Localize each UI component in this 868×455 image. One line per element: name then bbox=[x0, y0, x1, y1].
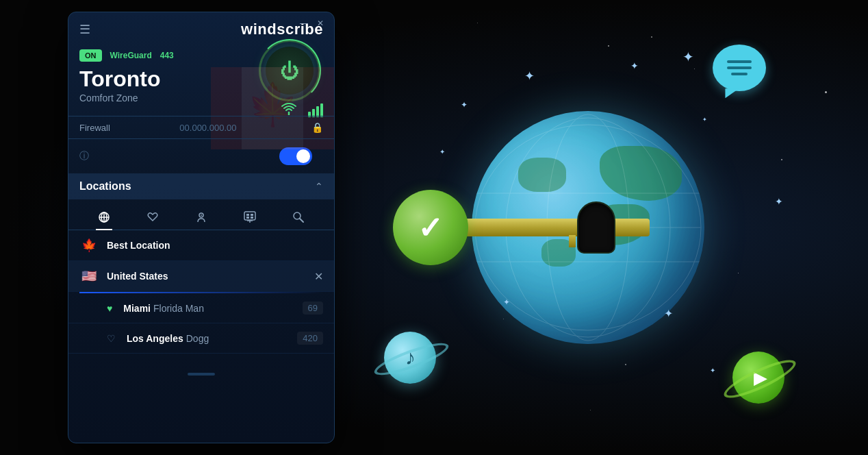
city-name: Toronto bbox=[79, 67, 323, 91]
miami-server-item[interactable]: ♥ Miami Florida Man 69 bbox=[68, 293, 334, 323]
tab-static[interactable] bbox=[189, 205, 214, 230]
status-protocol: WireGuard bbox=[110, 51, 152, 60]
status-on-badge: ON bbox=[79, 49, 102, 62]
keyhole bbox=[577, 201, 615, 254]
key-circle: ✓ bbox=[393, 190, 468, 265]
svg-rect-9 bbox=[244, 212, 255, 220]
us-country-name: United States bbox=[107, 271, 314, 282]
sparkle-4: ✦ bbox=[439, 148, 445, 156]
us-close-icon[interactable]: ✕ bbox=[314, 270, 323, 283]
sparkle-5: ✦ bbox=[664, 307, 673, 320]
scroll-indicator bbox=[188, 373, 215, 376]
firewall-ip: 00.000.000.00 bbox=[179, 123, 236, 133]
location-tabs bbox=[68, 199, 334, 230]
sparkle-8: ✦ bbox=[503, 297, 510, 307]
illustration: ✓ bbox=[376, 29, 800, 426]
sparkle-10: ✦ bbox=[702, 116, 707, 123]
music-icon: ♪ bbox=[405, 346, 416, 369]
toggle-switch[interactable] bbox=[279, 147, 312, 165]
locations-title-bar: Locations ⌃ bbox=[68, 173, 334, 199]
menu-button[interactable]: ☰ bbox=[79, 22, 90, 37]
svg-rect-11 bbox=[251, 214, 253, 216]
sparkle-2: ✦ bbox=[461, 100, 468, 110]
sparkle-9: ✦ bbox=[775, 196, 783, 207]
svg-point-8 bbox=[201, 214, 202, 216]
title-bar: — ✕ bbox=[285, 12, 334, 34]
miami-city: Miami bbox=[123, 303, 151, 314]
play-planet: ▶ bbox=[732, 352, 787, 406]
best-location-item[interactable]: 🍁 Best Location bbox=[68, 230, 334, 261]
us-country-item[interactable]: 🇺🇸 United States ✕ bbox=[68, 261, 334, 292]
location-list: 🍁 Best Location 🇺🇸 United States ✕ ♥ Mia… bbox=[68, 230, 334, 367]
info-icon[interactable]: ⓘ bbox=[79, 150, 89, 162]
tab-favorites[interactable] bbox=[140, 205, 165, 230]
lock-icon: 🔒 bbox=[311, 122, 323, 133]
status-bar: ON WireGuard 443 bbox=[68, 49, 334, 62]
svg-line-17 bbox=[300, 219, 303, 222]
locations-title: Locations bbox=[79, 180, 131, 193]
sparkle-3: ✦ bbox=[630, 60, 639, 71]
miami-label: Florida Man bbox=[153, 303, 204, 314]
sparkle-7: ✦ bbox=[682, 49, 694, 65]
checkmark-icon: ✓ bbox=[418, 210, 443, 245]
chevron-up-icon[interactable]: ⌃ bbox=[315, 181, 323, 192]
canada-flag: 🍁 bbox=[79, 238, 99, 252]
la-server-item[interactable]: ♡ Los Angeles Dogg 420 bbox=[68, 323, 334, 354]
bottom-indicator bbox=[68, 367, 334, 381]
tab-streaming[interactable] bbox=[238, 205, 262, 230]
content-wrapper: — ✕ ☰ windscribe ⏻ 🍁 ON bbox=[68, 12, 800, 443]
tab-search[interactable] bbox=[286, 205, 311, 230]
svg-rect-12 bbox=[246, 217, 249, 219]
sparkle-1: ✦ bbox=[524, 69, 535, 84]
firewall-label: Firewall bbox=[79, 123, 110, 133]
minimize-button[interactable]: — bbox=[298, 18, 309, 29]
la-ping: 420 bbox=[297, 332, 323, 345]
close-button[interactable]: ✕ bbox=[315, 18, 326, 29]
la-label: Dogg bbox=[186, 333, 209, 344]
best-location-label: Best Location bbox=[107, 240, 323, 251]
toggle-thumb bbox=[296, 149, 310, 163]
us-flag: 🇺🇸 bbox=[79, 269, 99, 283]
tab-all[interactable] bbox=[92, 205, 116, 230]
chat-bubble bbox=[713, 45, 766, 91]
app-window: — ✕ ☰ windscribe ⏻ 🍁 ON bbox=[68, 12, 335, 443]
music-planet: ♪ bbox=[384, 332, 439, 386]
sparkle-6: ✦ bbox=[710, 367, 715, 374]
firewall-bar: Firewall 00.000.000.00 🔒 bbox=[68, 116, 334, 139]
play-icon: ▶ bbox=[754, 367, 767, 389]
svg-rect-10 bbox=[246, 214, 249, 216]
status-port: 443 bbox=[160, 51, 174, 60]
miami-ping: 69 bbox=[303, 302, 323, 315]
signal-bars-icon bbox=[308, 103, 323, 117]
la-favorite-icon[interactable]: ♡ bbox=[107, 333, 116, 344]
svg-rect-13 bbox=[251, 217, 253, 219]
miami-favorite-icon[interactable]: ♥ bbox=[107, 303, 112, 314]
key-shaft bbox=[444, 219, 650, 236]
la-city: Los Angeles bbox=[127, 333, 183, 344]
